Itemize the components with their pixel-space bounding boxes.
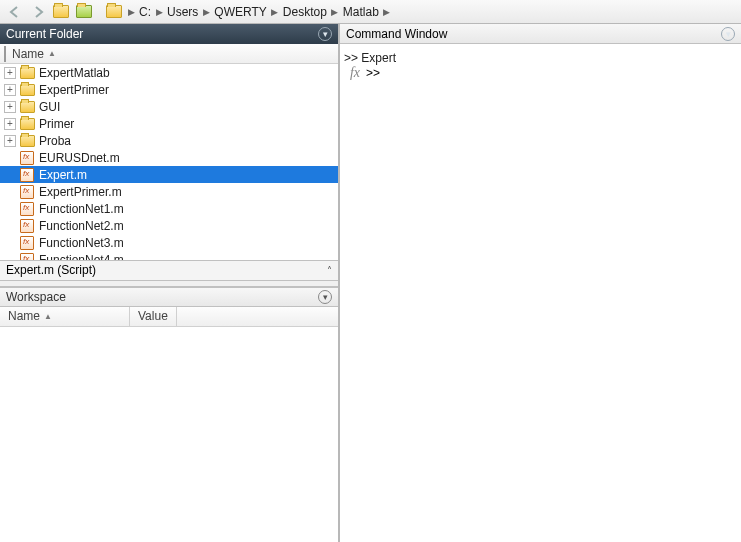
file-name-label: ExpertMatlab	[39, 66, 110, 80]
prompt-text: >>	[366, 66, 383, 80]
folder-icon	[19, 117, 35, 131]
file-row[interactable]: +Proba	[0, 132, 338, 149]
folder-icon	[19, 134, 35, 148]
command-window-title-bar[interactable]: Command Window ▾	[340, 24, 741, 44]
file-row[interactable]: Expert.m	[0, 166, 338, 183]
file-row[interactable]: FunctionNet2.m	[0, 217, 338, 234]
workspace-col-name[interactable]: Name ▲	[0, 307, 130, 326]
file-row[interactable]: +ExpertMatlab	[0, 64, 338, 81]
folder-browse-icon	[76, 5, 92, 18]
workspace-body[interactable]	[0, 327, 338, 543]
expand-icon[interactable]: +	[4, 135, 16, 147]
file-name-label: FunctionNet4.m	[39, 253, 124, 261]
file-row[interactable]: +GUI	[0, 98, 338, 115]
sort-asc-icon: ▲	[48, 49, 56, 58]
browse-folder-button[interactable]	[73, 2, 95, 22]
m-icon	[19, 185, 35, 199]
prompt-text: >> Expert	[344, 51, 396, 65]
file-row[interactable]: +Primer	[0, 115, 338, 132]
folder-icon	[19, 66, 35, 80]
folder-up-icon	[53, 5, 69, 18]
breadcrumb: ▶C:▶Users▶QWERTY▶Desktop▶Matlab	[127, 5, 383, 19]
chevron-right-icon[interactable]: ▶	[202, 7, 210, 17]
file-row[interactable]: FunctionNet3.m	[0, 234, 338, 251]
breadcrumb-segment[interactable]: QWERTY	[210, 5, 270, 19]
m-icon	[19, 151, 35, 165]
m-icon	[19, 253, 35, 261]
page-icon	[4, 47, 6, 61]
expand-icon[interactable]: +	[4, 67, 16, 79]
expand-icon[interactable]: +	[4, 118, 16, 130]
chevron-right-icon[interactable]: ▶	[127, 7, 135, 17]
file-row[interactable]: +ExpertPrimer	[0, 81, 338, 98]
file-name-label: Proba	[39, 134, 71, 148]
address-toolbar: ▶C:▶Users▶QWERTY▶Desktop▶Matlab ▶	[0, 0, 741, 24]
file-row[interactable]: FunctionNet4.m	[0, 251, 338, 261]
chevron-up-icon[interactable]: ˄	[327, 265, 332, 276]
workspace-title-bar[interactable]: Workspace ▾	[0, 287, 338, 307]
folder-icon	[19, 100, 35, 114]
panel-title-label: Workspace	[6, 290, 66, 304]
command-window-body[interactable]: >> Expert fx>>	[340, 44, 741, 542]
sort-asc-icon: ▲	[44, 312, 52, 321]
breadcrumb-segment[interactable]: Users	[163, 5, 202, 19]
breadcrumb-segment[interactable]: C:	[135, 5, 155, 19]
m-icon	[19, 219, 35, 233]
current-folder-title-bar[interactable]: Current Folder ▾	[0, 24, 338, 44]
m-icon	[19, 202, 35, 216]
panel-title-label: Current Folder	[6, 27, 83, 41]
file-name-label: EURUSDnet.m	[39, 151, 120, 165]
file-row[interactable]: ExpertPrimer.m	[0, 183, 338, 200]
breadcrumb-segment[interactable]: Desktop	[279, 5, 331, 19]
expand-icon[interactable]: +	[4, 101, 16, 113]
file-name-label: FunctionNet2.m	[39, 219, 124, 233]
chevron-right-icon[interactable]: ▶	[271, 7, 279, 17]
file-list-header[interactable]: Name ▲	[0, 44, 338, 64]
file-name-label: FunctionNet3.m	[39, 236, 124, 250]
file-name-label: ExpertPrimer	[39, 83, 109, 97]
folder-icon	[19, 83, 35, 97]
minimize-panel-icon[interactable]: ▾	[318, 27, 332, 41]
file-name-label: Expert.m	[39, 168, 87, 182]
expand-icon[interactable]: +	[4, 84, 16, 96]
current-folder-body: Name ▲ +ExpertMatlab+ExpertPrimer+GUI+Pr…	[0, 44, 338, 261]
minimize-panel-icon[interactable]: ▾	[318, 290, 332, 304]
chevron-right-icon[interactable]: ▶	[331, 7, 339, 17]
minimize-panel-icon[interactable]: ▾	[721, 27, 735, 41]
panel-title-label: Command Window	[346, 27, 447, 41]
folder-icon	[106, 5, 122, 18]
file-name-label: ExpertPrimer.m	[39, 185, 122, 199]
details-bar[interactable]: Expert.m (Script) ˄	[0, 261, 338, 281]
file-name-label: FunctionNet1.m	[39, 202, 124, 216]
file-name-label: GUI	[39, 100, 60, 114]
workspace-col-value[interactable]: Value	[130, 307, 177, 326]
workspace-header: Name ▲ Value	[0, 307, 338, 327]
column-header-name[interactable]: Name ▲	[12, 47, 56, 61]
chevron-right-icon: ▶	[383, 7, 391, 17]
up-folder-button[interactable]	[50, 2, 72, 22]
file-row[interactable]: FunctionNet1.m	[0, 200, 338, 217]
file-name-label: Primer	[39, 117, 74, 131]
fx-icon[interactable]: fx	[344, 65, 366, 81]
details-label: Expert.m (Script)	[6, 263, 96, 277]
m-icon	[19, 168, 35, 182]
m-icon	[19, 236, 35, 250]
forward-button[interactable]	[27, 2, 49, 22]
back-button[interactable]	[4, 2, 26, 22]
file-row[interactable]: EURUSDnet.m	[0, 149, 338, 166]
breadcrumb-segment[interactable]: Matlab	[339, 5, 383, 19]
current-folder-icon-button[interactable]	[102, 2, 126, 22]
chevron-right-icon[interactable]: ▶	[155, 7, 163, 17]
